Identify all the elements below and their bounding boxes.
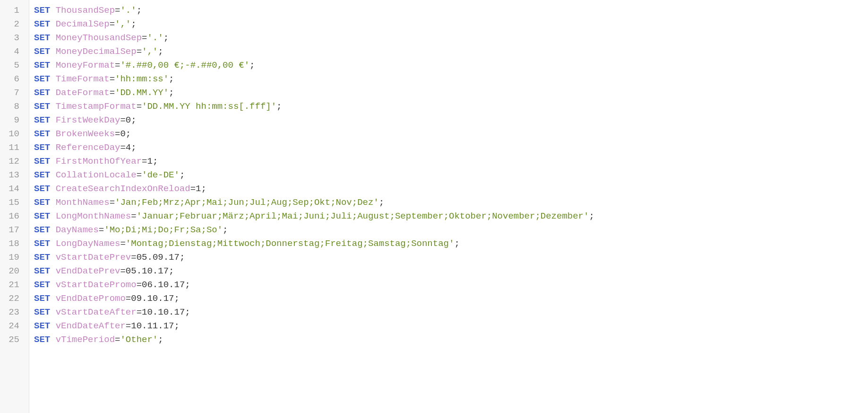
line-number: 3 bbox=[0, 31, 23, 45]
code-line[interactable]: SET CreateSearchIndexOnReload=1; bbox=[34, 182, 868, 196]
keyword-set: SET bbox=[34, 170, 50, 180]
keyword-set: SET bbox=[34, 88, 50, 98]
variable-name: vEndDatePromo bbox=[56, 293, 126, 304]
code-editor-area[interactable]: SET ThousandSep='.';SET DecimalSep=',';S… bbox=[29, 0, 868, 413]
semicolon: ; bbox=[454, 238, 459, 249]
string-literal: ',' bbox=[115, 19, 131, 29]
code-line[interactable]: SET vStartDatePromo=06.10.17; bbox=[34, 278, 868, 292]
variable-name: LongDayNames bbox=[56, 238, 120, 249]
keyword-set: SET bbox=[34, 184, 50, 194]
string-literal: 'Januar;Februar;März;April;Mai;Juni;Juli… bbox=[137, 211, 589, 221]
semicolon: ; bbox=[379, 197, 384, 208]
semicolon: ; bbox=[589, 211, 594, 221]
string-literal: 'DD.MM.YY hh:mm:ss[.fff]' bbox=[142, 101, 276, 112]
numeric-literal: 06.10.17 bbox=[142, 280, 185, 290]
semicolon: ; bbox=[276, 101, 282, 112]
variable-name: MoneyFormat bbox=[56, 60, 115, 70]
semicolon: ; bbox=[131, 115, 136, 125]
code-line[interactable]: SET FirstMonthOfYear=1; bbox=[34, 155, 868, 168]
line-number: 14 bbox=[0, 182, 23, 196]
code-line[interactable]: SET MonthNames='Jan;Feb;Mrz;Apr;Mai;Jun;… bbox=[34, 196, 868, 210]
code-line[interactable]: SET MoneyFormat='#.##0,00 €;-#.##0,00 €'… bbox=[34, 59, 868, 72]
keyword-set: SET bbox=[34, 238, 50, 249]
code-line[interactable]: SET MoneyThousandSep='.'; bbox=[34, 31, 868, 45]
numeric-literal: 10.11.17 bbox=[131, 321, 174, 331]
line-number: 6 bbox=[0, 72, 23, 86]
equals-operator: = bbox=[110, 74, 115, 84]
code-line[interactable]: SET vEndDatePrev=05.10.17; bbox=[34, 264, 868, 278]
code-line[interactable]: SET vEndDateAfter=10.11.17; bbox=[34, 319, 868, 333]
variable-name: vStartDateAfter bbox=[56, 307, 137, 317]
keyword-set: SET bbox=[34, 101, 50, 112]
keyword-set: SET bbox=[34, 266, 50, 276]
equals-operator: = bbox=[131, 252, 136, 263]
string-literal: '.' bbox=[147, 33, 163, 43]
code-line[interactable]: SET BrokenWeeks=0; bbox=[34, 127, 868, 141]
equals-operator: = bbox=[110, 88, 115, 98]
keyword-set: SET bbox=[34, 334, 50, 345]
code-line[interactable]: SET vTimePeriod='Other'; bbox=[34, 333, 868, 347]
variable-name: ReferenceDay bbox=[56, 142, 120, 153]
line-number: 9 bbox=[0, 114, 23, 127]
equals-operator: = bbox=[120, 266, 125, 276]
code-line[interactable]: SET LongDayNames='Montag;Dienstag;Mittwo… bbox=[34, 237, 868, 251]
equals-operator: = bbox=[137, 307, 142, 317]
line-number: 19 bbox=[0, 251, 23, 264]
variable-name: DateFormat bbox=[56, 88, 110, 98]
keyword-set: SET bbox=[34, 74, 50, 84]
code-line[interactable]: SET CollationLocale='de-DE'; bbox=[34, 168, 868, 182]
equals-operator: = bbox=[190, 184, 196, 194]
keyword-set: SET bbox=[34, 321, 50, 331]
semicolon: ; bbox=[158, 46, 163, 57]
variable-name: TimeFormat bbox=[56, 74, 110, 84]
code-line[interactable]: SET MoneyDecimalSep=','; bbox=[34, 45, 868, 59]
code-line[interactable]: SET DecimalSep=','; bbox=[34, 18, 868, 31]
equals-operator: = bbox=[110, 197, 115, 208]
code-line[interactable]: SET TimeFormat='hh:mm:ss'; bbox=[34, 72, 868, 86]
line-number: 25 bbox=[0, 333, 23, 347]
line-number: 4 bbox=[0, 45, 23, 59]
numeric-literal: 09.10.17 bbox=[131, 293, 174, 304]
string-literal: 'Montag;Dienstag;Mittwoch;Donnerstag;Fre… bbox=[126, 238, 455, 249]
variable-name: vTimePeriod bbox=[56, 334, 115, 345]
equals-operator: = bbox=[110, 19, 115, 29]
semicolon: ; bbox=[169, 266, 174, 276]
code-line[interactable]: SET FirstWeekDay=0; bbox=[34, 114, 868, 127]
code-line[interactable]: SET ThousandSep='.'; bbox=[34, 4, 868, 18]
semicolon: ; bbox=[169, 74, 174, 84]
string-literal: 'Other' bbox=[120, 334, 158, 345]
code-line[interactable]: SET LongMonthNames='Januar;Februar;März;… bbox=[34, 210, 868, 223]
semicolon: ; bbox=[185, 280, 190, 290]
keyword-set: SET bbox=[34, 280, 50, 290]
code-line[interactable]: SET TimestampFormat='DD.MM.YY hh:mm:ss[.… bbox=[34, 100, 868, 114]
line-number: 15 bbox=[0, 196, 23, 210]
semicolon: ; bbox=[174, 293, 179, 304]
line-number: 1 bbox=[0, 4, 23, 18]
variable-name: vEndDateAfter bbox=[56, 321, 126, 331]
variable-name: LongMonthNames bbox=[56, 211, 131, 221]
line-number: 24 bbox=[0, 319, 23, 333]
code-line[interactable]: SET vStartDatePrev=05.09.17; bbox=[34, 251, 868, 264]
code-line[interactable]: SET vEndDatePromo=09.10.17; bbox=[34, 292, 868, 306]
keyword-set: SET bbox=[34, 252, 50, 263]
code-line[interactable]: SET ReferenceDay=4; bbox=[34, 141, 868, 155]
numeric-literal: 1 bbox=[196, 184, 201, 194]
equals-operator: = bbox=[120, 115, 125, 125]
numeric-literal: 0 bbox=[120, 129, 125, 139]
code-line[interactable]: SET DateFormat='DD.MM.YY'; bbox=[34, 86, 868, 100]
line-number-gutter: 1234567891011121314151617181920212223242… bbox=[0, 0, 29, 413]
equals-operator: = bbox=[115, 334, 120, 345]
semicolon: ; bbox=[201, 184, 206, 194]
equals-operator: = bbox=[137, 46, 142, 57]
equals-operator: = bbox=[142, 33, 147, 43]
code-line[interactable]: SET DayNames='Mo;Di;Mi;Do;Fr;Sa;So'; bbox=[34, 223, 868, 237]
equals-operator: = bbox=[99, 225, 104, 235]
numeric-literal: 1 bbox=[147, 156, 152, 167]
semicolon: ; bbox=[153, 156, 158, 167]
equals-operator: = bbox=[115, 60, 120, 70]
semicolon: ; bbox=[137, 5, 142, 16]
line-number: 18 bbox=[0, 237, 23, 251]
variable-name: MoneyDecimalSep bbox=[56, 46, 137, 57]
variable-name: vStartDatePromo bbox=[56, 280, 137, 290]
code-line[interactable]: SET vStartDateAfter=10.10.17; bbox=[34, 306, 868, 319]
